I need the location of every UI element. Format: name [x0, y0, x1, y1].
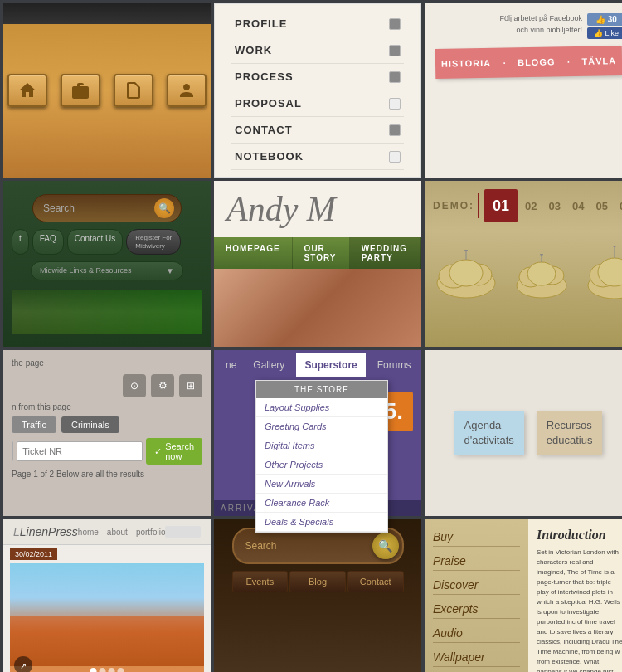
demo-num-02[interactable]: 02: [521, 200, 541, 212]
cloud-row: [433, 246, 622, 299]
demo-num-06[interactable]: 06: [615, 200, 622, 212]
briefcase-icon[interactable]: [61, 74, 100, 107]
dropdown-item-0[interactable]: Layout Supplies: [256, 398, 387, 417]
tab-row-11: Events Blog Contact: [232, 571, 404, 592]
book-body-text: Set in Victorian London with characters …: [537, 548, 622, 672]
grid-icon[interactable]: ⊞: [179, 374, 202, 397]
menu-wallpaper[interactable]: Wallpaper: [433, 648, 520, 667]
dropdown-item-6[interactable]: Deals & Specials: [256, 513, 387, 532]
nav-gallery[interactable]: Gallery: [248, 353, 289, 377]
ribbon-nav: HISTORIA · BLOGG · TÄVLA: [435, 46, 622, 79]
dropdown-item-4[interactable]: New Arrivals: [256, 475, 387, 494]
search-now-button[interactable]: ✓ Search now: [146, 438, 202, 465]
tab-blog[interactable]: Blog: [289, 571, 346, 592]
nav-forums[interactable]: Forums: [372, 353, 416, 377]
script-name: Andy M: [214, 181, 421, 237]
page-label: the page: [12, 358, 202, 368]
register-button[interactable]: Register ForMidwivery: [126, 229, 181, 255]
demo-num-03[interactable]: 03: [544, 200, 564, 212]
linen-header: LLinenPress home about portfolio: [3, 519, 211, 545]
menu-praise[interactable]: Praise: [433, 552, 520, 571]
nav-bullet-profile: [389, 18, 401, 30]
search-bar-mini[interactable]: [165, 526, 201, 538]
dropdown-item-1[interactable]: Greeting Cards: [256, 417, 387, 436]
nav-item-proposal[interactable]: PROPOSAL: [231, 90, 404, 117]
store-nav: ne Gallery Superstore Forums R: [214, 350, 421, 380]
store-dropdown: THE STORE Layout Supplies Greeting Cards…: [255, 380, 388, 533]
nav-superstore[interactable]: Superstore: [296, 353, 365, 377]
brown-search-panel: Search 🔍 Events Blog Contact: [214, 519, 421, 672]
traffic-button[interactable]: Traffic: [12, 416, 56, 433]
menu-buy[interactable]: Buy: [433, 528, 520, 547]
nav-item-work[interactable]: WORK: [231, 37, 404, 64]
nav-homepage[interactable]: HOMEPAGE: [214, 237, 293, 269]
photo-strip: [214, 269, 421, 347]
criminals-button[interactable]: Criminals: [61, 416, 119, 433]
fb-description: Följ arbetet på Facebook och vinn biobil…: [499, 13, 582, 36]
nav-item-notebook[interactable]: NOTEBOOK: [231, 144, 404, 170]
book-title: Introduction: [537, 528, 622, 543]
person-icon[interactable]: [167, 74, 207, 107]
nature-photo: [12, 290, 202, 334]
cloud-2: [513, 254, 571, 299]
nav-btn-faq[interactable]: FAQ: [32, 229, 64, 255]
hero-image: ↗: [10, 563, 204, 672]
wedding-panel: Andy M HOMEPAGE OUR STORY WEDDING PARTY: [214, 181, 421, 347]
wedding-nav: HOMEPAGE OUR STORY WEDDING PARTY: [214, 237, 421, 269]
nav-item-profile[interactable]: PROFILE: [231, 11, 404, 37]
share-icon[interactable]: ↗: [14, 656, 32, 672]
svg-point-9: [527, 262, 556, 285]
svg-point-17: [613, 246, 616, 247]
top-bar: ⊙ ⚙ ⊞: [12, 374, 202, 397]
traffic-search-panel: the page ⊙ ⚙ ⊞ n from this page Traffic …: [3, 350, 211, 516]
demo-active-number[interactable]: 01: [484, 189, 518, 222]
demo-num-05[interactable]: 05: [591, 200, 611, 212]
document-icon[interactable]: [114, 74, 153, 107]
linen-nav: home about portfolio: [78, 528, 166, 537]
dropdown-item-2[interactable]: Digital Items: [256, 436, 387, 455]
dropdown-item-3[interactable]: Other Projects: [256, 455, 387, 475]
ticket-input[interactable]: [17, 441, 143, 461]
nav-item-contact[interactable]: CONTACT: [231, 117, 404, 144]
dot-1[interactable]: [90, 668, 97, 672]
tab-contact[interactable]: Contact: [347, 571, 404, 592]
target-icon[interactable]: ⊙: [123, 374, 146, 397]
tab-events[interactable]: Events: [232, 571, 289, 592]
search-bar: Search 🔍: [32, 194, 182, 222]
cloud-1: [433, 250, 499, 299]
carousel-dots: [90, 668, 124, 672]
menu-excerpts[interactable]: Excerpts: [433, 600, 520, 619]
demo-num-04[interactable]: 04: [568, 200, 588, 212]
menu-audio[interactable]: Audio: [433, 624, 520, 643]
demo-row: DEMO: 01 02 03 04 05 06 07: [433, 189, 622, 222]
dot-3[interactable]: [109, 668, 115, 672]
small-input[interactable]: [12, 441, 13, 461]
demo-carousel-panel: DEMO: 01 02 03 04 05 06 07: [425, 181, 622, 347]
nav-wedding-party[interactable]: WEDDING PARTY: [350, 237, 421, 269]
search-button-11[interactable]: 🔍: [372, 533, 399, 559]
sticky-notes-row: Agenda d'activitats Recursos educatius: [454, 411, 603, 455]
cloud-3: [584, 246, 622, 299]
dropdown-item-5[interactable]: Clearance Rack: [256, 494, 387, 513]
nav-item-process[interactable]: PROCESS: [231, 64, 404, 90]
menu-discover[interactable]: Discover: [433, 576, 520, 595]
demo-flag-pole: [478, 193, 479, 218]
nav-our-story[interactable]: OUR STORY: [293, 237, 350, 269]
linen-nav-home[interactable]: home: [78, 528, 99, 537]
linen-logo: LLinenPress: [13, 524, 78, 539]
linen-nav-about[interactable]: about: [107, 528, 128, 537]
filter-row: Traffic Criminals: [12, 416, 202, 433]
fb-like-button[interactable]: 👍 Like: [587, 27, 622, 39]
dot-2[interactable]: [100, 668, 106, 672]
search-icon[interactable]: 🔍: [154, 198, 174, 218]
gear-icon[interactable]: ⚙: [151, 374, 174, 397]
resources-dropdown[interactable]: Midwide Links & Resources ▼: [31, 261, 183, 280]
dot-4[interactable]: [118, 668, 124, 672]
svg-point-3: [449, 260, 483, 286]
nav-bullet-notebook: [389, 151, 401, 163]
nav-ne[interactable]: ne: [221, 353, 241, 377]
nav-btn-contact[interactable]: Contact Us: [67, 229, 123, 255]
home-icon[interactable]: [7, 74, 47, 107]
linen-nav-portfolio[interactable]: portfolio: [136, 528, 166, 537]
nav-btn-t[interactable]: t: [12, 229, 29, 255]
